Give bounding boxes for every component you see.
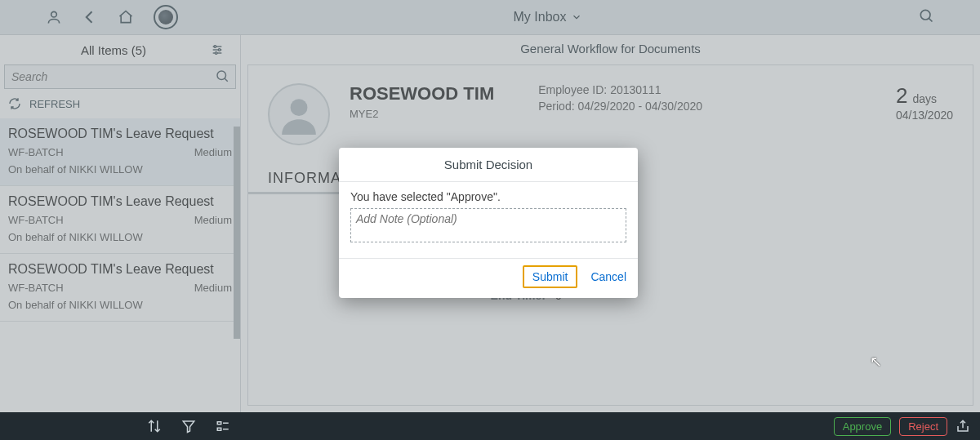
list-item-onbehalf: On behalf of NIKKI WILLOW	[8, 163, 232, 176]
refresh-button[interactable]: REFRESH	[0, 89, 240, 118]
list-item-priority: Medium	[194, 146, 232, 158]
detail-header: General Workflow for Documents	[241, 35, 980, 64]
dialog-note-input[interactable]	[350, 208, 626, 242]
back-icon[interactable]	[82, 9, 98, 25]
filter-icon[interactable]	[181, 419, 196, 433]
svg-line-2	[929, 18, 932, 21]
list-item-priority: Medium	[194, 214, 232, 226]
due-unit: days	[912, 92, 937, 105]
svg-point-8	[215, 52, 217, 55]
due-number: 2	[896, 83, 907, 109]
group-icon[interactable]	[216, 419, 230, 433]
search-icon[interactable]	[215, 69, 229, 83]
empid-value: 20130111	[610, 83, 661, 96]
list-item[interactable]: ROSEWOOD TIM's Leave Request WF-BATCHMed…	[0, 254, 240, 322]
dialog-title: Submit Decision	[339, 148, 638, 182]
svg-line-10	[225, 78, 228, 82]
footer-bar: Approve Reject	[0, 412, 980, 440]
scrollbar-thumb[interactable]	[234, 127, 240, 339]
list-item[interactable]: ROSEWOOD TIM's Leave Request WF-BATCHMed…	[0, 118, 240, 186]
period-label: Period:	[538, 100, 574, 113]
shell-title[interactable]: My Inbox	[178, 10, 918, 24]
list-item-title: ROSEWOOD TIM's Leave Request	[8, 262, 232, 277]
svg-point-6	[214, 46, 216, 48]
empid-label: Employee ID:	[538, 83, 607, 96]
svg-point-7	[218, 49, 220, 51]
shell-header: My Inbox	[0, 0, 980, 35]
svg-point-0	[51, 11, 57, 17]
svg-point-9	[217, 71, 226, 80]
svg-marker-12	[183, 421, 194, 433]
list-item-onbehalf: On behalf of NIKKI WILLOW	[8, 231, 232, 243]
user-icon[interactable]	[46, 9, 62, 25]
master-list-pane: All Items (5) REFRESH ROSEWOOD TIM's Lea…	[0, 35, 241, 412]
list-item-source: WF-BATCH	[8, 146, 64, 158]
search-icon[interactable]	[918, 7, 934, 24]
period-value: 04/29/2020 - 04/30/2020	[577, 100, 702, 113]
share-icon[interactable]	[956, 419, 970, 433]
reject-button[interactable]: Reject	[899, 417, 947, 436]
list-item-source: WF-BATCH	[8, 214, 64, 226]
logo-seal	[154, 5, 178, 29]
svg-rect-13	[217, 422, 221, 424]
list-item-priority: Medium	[194, 282, 232, 294]
refresh-label: REFRESH	[29, 98, 80, 110]
master-search-input[interactable]	[4, 64, 236, 89]
list-settings-icon[interactable]	[211, 43, 224, 56]
home-icon[interactable]	[118, 9, 134, 25]
sort-icon[interactable]	[147, 419, 162, 433]
list-item[interactable]: ROSEWOOD TIM's Leave Request WF-BATCHMed…	[0, 186, 240, 254]
submit-decision-dialog: Submit Decision You have selected "Appro…	[339, 148, 638, 298]
approve-button[interactable]: Approve	[834, 417, 891, 436]
dialog-submit-button[interactable]: Submit	[523, 265, 578, 288]
svg-rect-14	[217, 428, 221, 430]
dialog-message: You have selected "Approve".	[350, 190, 626, 203]
avatar	[268, 83, 330, 145]
shell-title-text: My Inbox	[514, 10, 567, 24]
list-item-title: ROSEWOOD TIM's Leave Request	[8, 194, 232, 209]
due-date: 04/13/2020	[896, 109, 953, 122]
list-item-title: ROSEWOOD TIM's Leave Request	[8, 127, 232, 141]
svg-point-1	[920, 10, 930, 20]
employee-sub: MYE2	[350, 108, 494, 120]
list-item-source: WF-BATCH	[8, 282, 64, 294]
svg-point-11	[291, 99, 308, 116]
master-list-title: All Items (5)	[16, 43, 211, 57]
employee-name: ROSEWOOD TIM	[350, 83, 494, 104]
dialog-cancel-button[interactable]: Cancel	[590, 270, 626, 283]
list-item-onbehalf: On behalf of NIKKI WILLOW	[8, 299, 232, 311]
